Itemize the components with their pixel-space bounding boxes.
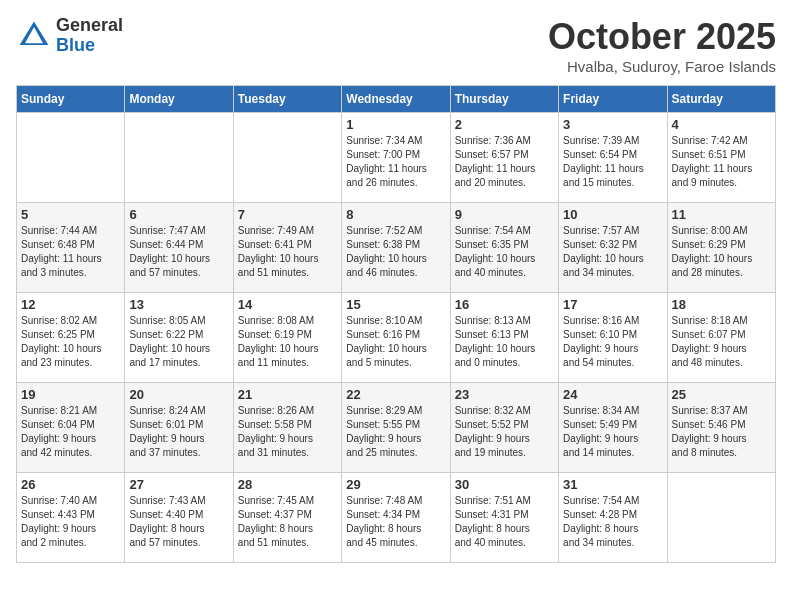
day-info: Sunrise: 7:52 AM Sunset: 6:38 PM Dayligh…	[346, 224, 445, 280]
location-subtitle: Hvalba, Suduroy, Faroe Islands	[548, 58, 776, 75]
calendar-cell: 3Sunrise: 7:39 AM Sunset: 6:54 PM Daylig…	[559, 113, 667, 203]
calendar-cell	[17, 113, 125, 203]
calendar-cell: 15Sunrise: 8:10 AM Sunset: 6:16 PM Dayli…	[342, 293, 450, 383]
logo-icon	[16, 18, 52, 54]
day-number: 23	[455, 387, 554, 402]
col-header-sunday: Sunday	[17, 86, 125, 113]
day-info: Sunrise: 8:26 AM Sunset: 5:58 PM Dayligh…	[238, 404, 337, 460]
calendar-cell: 8Sunrise: 7:52 AM Sunset: 6:38 PM Daylig…	[342, 203, 450, 293]
calendar-cell: 5Sunrise: 7:44 AM Sunset: 6:48 PM Daylig…	[17, 203, 125, 293]
day-info: Sunrise: 7:49 AM Sunset: 6:41 PM Dayligh…	[238, 224, 337, 280]
col-header-tuesday: Tuesday	[233, 86, 341, 113]
day-number: 24	[563, 387, 662, 402]
day-number: 28	[238, 477, 337, 492]
day-info: Sunrise: 7:54 AM Sunset: 4:28 PM Dayligh…	[563, 494, 662, 550]
month-title: October 2025	[548, 16, 776, 58]
col-header-wednesday: Wednesday	[342, 86, 450, 113]
calendar-cell: 13Sunrise: 8:05 AM Sunset: 6:22 PM Dayli…	[125, 293, 233, 383]
day-number: 18	[672, 297, 771, 312]
calendar-cell: 19Sunrise: 8:21 AM Sunset: 6:04 PM Dayli…	[17, 383, 125, 473]
calendar-cell: 9Sunrise: 7:54 AM Sunset: 6:35 PM Daylig…	[450, 203, 558, 293]
calendar-cell: 10Sunrise: 7:57 AM Sunset: 6:32 PM Dayli…	[559, 203, 667, 293]
calendar-cell: 1Sunrise: 7:34 AM Sunset: 7:00 PM Daylig…	[342, 113, 450, 203]
day-info: Sunrise: 7:42 AM Sunset: 6:51 PM Dayligh…	[672, 134, 771, 190]
calendar-cell	[125, 113, 233, 203]
calendar-week-1: 1Sunrise: 7:34 AM Sunset: 7:00 PM Daylig…	[17, 113, 776, 203]
day-info: Sunrise: 8:29 AM Sunset: 5:55 PM Dayligh…	[346, 404, 445, 460]
day-info: Sunrise: 8:16 AM Sunset: 6:10 PM Dayligh…	[563, 314, 662, 370]
day-number: 2	[455, 117, 554, 132]
day-number: 1	[346, 117, 445, 132]
col-header-friday: Friday	[559, 86, 667, 113]
calendar-cell: 4Sunrise: 7:42 AM Sunset: 6:51 PM Daylig…	[667, 113, 775, 203]
day-info: Sunrise: 8:10 AM Sunset: 6:16 PM Dayligh…	[346, 314, 445, 370]
calendar-cell: 2Sunrise: 7:36 AM Sunset: 6:57 PM Daylig…	[450, 113, 558, 203]
page-header: General Blue October 2025 Hvalba, Suduro…	[16, 16, 776, 75]
day-info: Sunrise: 8:21 AM Sunset: 6:04 PM Dayligh…	[21, 404, 120, 460]
calendar-cell: 11Sunrise: 8:00 AM Sunset: 6:29 PM Dayli…	[667, 203, 775, 293]
day-number: 31	[563, 477, 662, 492]
day-info: Sunrise: 8:00 AM Sunset: 6:29 PM Dayligh…	[672, 224, 771, 280]
calendar-table: SundayMondayTuesdayWednesdayThursdayFrid…	[16, 85, 776, 563]
day-info: Sunrise: 8:24 AM Sunset: 6:01 PM Dayligh…	[129, 404, 228, 460]
calendar-week-2: 5Sunrise: 7:44 AM Sunset: 6:48 PM Daylig…	[17, 203, 776, 293]
calendar-cell: 26Sunrise: 7:40 AM Sunset: 4:43 PM Dayli…	[17, 473, 125, 563]
calendar-cell: 25Sunrise: 8:37 AM Sunset: 5:46 PM Dayli…	[667, 383, 775, 473]
day-number: 7	[238, 207, 337, 222]
col-header-monday: Monday	[125, 86, 233, 113]
day-info: Sunrise: 7:45 AM Sunset: 4:37 PM Dayligh…	[238, 494, 337, 550]
calendar-cell: 20Sunrise: 8:24 AM Sunset: 6:01 PM Dayli…	[125, 383, 233, 473]
day-number: 22	[346, 387, 445, 402]
calendar-cell: 27Sunrise: 7:43 AM Sunset: 4:40 PM Dayli…	[125, 473, 233, 563]
calendar-cell	[233, 113, 341, 203]
calendar-cell: 30Sunrise: 7:51 AM Sunset: 4:31 PM Dayli…	[450, 473, 558, 563]
calendar-cell: 22Sunrise: 8:29 AM Sunset: 5:55 PM Dayli…	[342, 383, 450, 473]
calendar-body: 1Sunrise: 7:34 AM Sunset: 7:00 PM Daylig…	[17, 113, 776, 563]
day-number: 16	[455, 297, 554, 312]
day-info: Sunrise: 8:34 AM Sunset: 5:49 PM Dayligh…	[563, 404, 662, 460]
calendar-cell	[667, 473, 775, 563]
logo-general: General	[56, 16, 123, 36]
day-info: Sunrise: 8:08 AM Sunset: 6:19 PM Dayligh…	[238, 314, 337, 370]
calendar-cell: 17Sunrise: 8:16 AM Sunset: 6:10 PM Dayli…	[559, 293, 667, 383]
day-number: 6	[129, 207, 228, 222]
day-number: 17	[563, 297, 662, 312]
day-number: 21	[238, 387, 337, 402]
day-info: Sunrise: 7:40 AM Sunset: 4:43 PM Dayligh…	[21, 494, 120, 550]
day-number: 3	[563, 117, 662, 132]
logo-text: General Blue	[56, 16, 123, 56]
calendar-cell: 24Sunrise: 8:34 AM Sunset: 5:49 PM Dayli…	[559, 383, 667, 473]
day-info: Sunrise: 8:13 AM Sunset: 6:13 PM Dayligh…	[455, 314, 554, 370]
col-header-thursday: Thursday	[450, 86, 558, 113]
day-number: 20	[129, 387, 228, 402]
calendar-cell: 23Sunrise: 8:32 AM Sunset: 5:52 PM Dayli…	[450, 383, 558, 473]
day-info: Sunrise: 8:02 AM Sunset: 6:25 PM Dayligh…	[21, 314, 120, 370]
logo: General Blue	[16, 16, 123, 56]
day-number: 10	[563, 207, 662, 222]
day-info: Sunrise: 7:57 AM Sunset: 6:32 PM Dayligh…	[563, 224, 662, 280]
day-number: 8	[346, 207, 445, 222]
day-number: 30	[455, 477, 554, 492]
logo-blue: Blue	[56, 36, 123, 56]
day-number: 19	[21, 387, 120, 402]
calendar-cell: 21Sunrise: 8:26 AM Sunset: 5:58 PM Dayli…	[233, 383, 341, 473]
calendar-header: SundayMondayTuesdayWednesdayThursdayFrid…	[17, 86, 776, 113]
day-number: 11	[672, 207, 771, 222]
day-info: Sunrise: 8:32 AM Sunset: 5:52 PM Dayligh…	[455, 404, 554, 460]
day-info: Sunrise: 7:36 AM Sunset: 6:57 PM Dayligh…	[455, 134, 554, 190]
day-number: 15	[346, 297, 445, 312]
day-number: 29	[346, 477, 445, 492]
day-number: 25	[672, 387, 771, 402]
day-info: Sunrise: 7:39 AM Sunset: 6:54 PM Dayligh…	[563, 134, 662, 190]
calendar-cell: 6Sunrise: 7:47 AM Sunset: 6:44 PM Daylig…	[125, 203, 233, 293]
col-header-saturday: Saturday	[667, 86, 775, 113]
day-number: 5	[21, 207, 120, 222]
calendar-week-5: 26Sunrise: 7:40 AM Sunset: 4:43 PM Dayli…	[17, 473, 776, 563]
day-info: Sunrise: 7:44 AM Sunset: 6:48 PM Dayligh…	[21, 224, 120, 280]
day-info: Sunrise: 7:43 AM Sunset: 4:40 PM Dayligh…	[129, 494, 228, 550]
day-info: Sunrise: 7:54 AM Sunset: 6:35 PM Dayligh…	[455, 224, 554, 280]
day-number: 9	[455, 207, 554, 222]
calendar-week-3: 12Sunrise: 8:02 AM Sunset: 6:25 PM Dayli…	[17, 293, 776, 383]
calendar-cell: 12Sunrise: 8:02 AM Sunset: 6:25 PM Dayli…	[17, 293, 125, 383]
calendar-cell: 18Sunrise: 8:18 AM Sunset: 6:07 PM Dayli…	[667, 293, 775, 383]
